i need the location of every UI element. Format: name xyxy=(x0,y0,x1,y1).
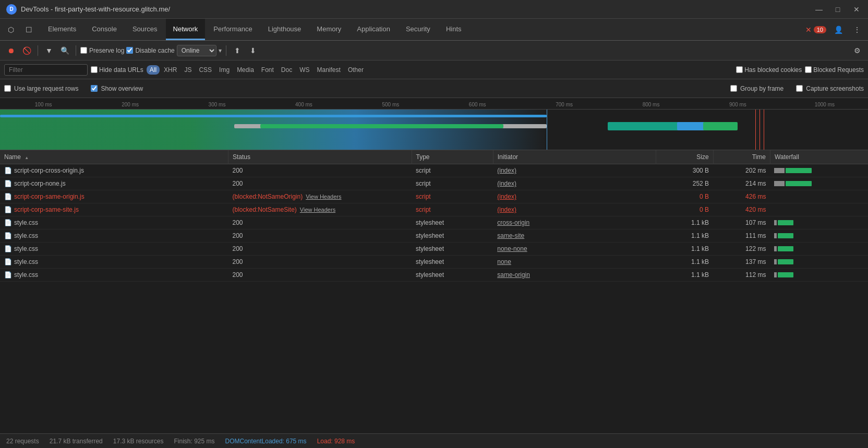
cell-status[interactable]: (blocked:NotSameOrigin)View Headers xyxy=(228,190,412,203)
tab-network[interactable]: Network xyxy=(166,19,206,40)
filter-manifest[interactable]: Manifest xyxy=(314,65,344,75)
cell-initiator[interactable]: same-site xyxy=(493,229,656,243)
initiator-link[interactable]: same-site xyxy=(497,232,524,239)
upload-icon[interactable]: ⬆ xyxy=(231,44,244,57)
tab-application[interactable]: Application xyxy=(349,19,397,40)
tab-memory[interactable]: Memory xyxy=(309,19,348,40)
disable-cache-label[interactable]: Disable cache xyxy=(126,47,174,54)
cell-initiator[interactable]: cross-origin xyxy=(493,216,656,229)
record-button[interactable]: ⏺ xyxy=(4,44,18,57)
cell-initiator[interactable]: (index) xyxy=(493,164,656,177)
filter-ws[interactable]: WS xyxy=(296,65,312,75)
settings-icon[interactable]: ⚙ xyxy=(850,44,864,57)
hide-data-urls-label[interactable]: Hide data URLs xyxy=(91,66,143,74)
col-header-waterfall[interactable]: Waterfall xyxy=(770,150,868,164)
blocked-requests-checkbox[interactable] xyxy=(805,66,812,73)
cell-status[interactable]: (blocked:NotSameSite)View Headers xyxy=(228,203,412,216)
initiator-link[interactable]: none-none xyxy=(497,245,527,252)
has-blocked-cookies-checkbox[interactable] xyxy=(736,66,743,73)
table-row[interactable]: 📄script-corp-same-origin.js(blocked:NotS… xyxy=(0,190,868,203)
col-header-size[interactable]: Size xyxy=(656,150,713,164)
user-icon[interactable]: 👤 xyxy=(831,23,845,37)
table-row[interactable]: 📄style.css200stylesheetsame-origin1.1 kB… xyxy=(0,269,868,282)
initiator-link[interactable]: cross-origin xyxy=(497,219,529,226)
cell-initiator[interactable]: none-none xyxy=(493,243,656,256)
table-row[interactable]: 📄script-corp-same-site.js(blocked:NotSam… xyxy=(0,203,868,216)
timeline-container[interactable]: 100 ms 200 ms 300 ms 400 ms 500 ms 600 m… xyxy=(0,98,868,150)
show-overview-label[interactable]: Show overview xyxy=(91,85,143,92)
filter-all[interactable]: All xyxy=(147,65,160,75)
col-header-name[interactable]: Name ▲ xyxy=(0,150,228,164)
filter-xhr[interactable]: XHR xyxy=(161,65,180,75)
disable-cache-checkbox[interactable] xyxy=(126,47,133,54)
initiator-link[interactable]: (index) xyxy=(497,167,516,174)
group-by-frame-label[interactable]: Group by frame xyxy=(730,85,783,92)
table-container[interactable]: Name ▲ Status Type Initiator Size xyxy=(0,150,868,433)
table-row[interactable]: 📄style.css200stylesheetcross-origin1.1 k… xyxy=(0,216,868,229)
preserve-log-label[interactable]: Preserve log xyxy=(80,47,124,54)
tab-security[interactable]: Security xyxy=(399,19,438,40)
status-requests: 22 requests xyxy=(6,438,39,445)
cell-size: 0 B xyxy=(656,190,713,203)
search-icon[interactable]: 🔍 xyxy=(58,44,71,57)
filter-input[interactable] xyxy=(4,64,88,76)
throttle-select[interactable]: Online Fast 3G Slow 3G Offline xyxy=(177,45,216,56)
filter-other[interactable]: Other xyxy=(345,65,367,75)
cell-initiator[interactable]: none xyxy=(493,256,656,269)
file-icon: 📄 xyxy=(4,258,12,265)
col-header-initiator[interactable]: Initiator xyxy=(493,150,656,164)
tab-sources[interactable]: Sources xyxy=(125,19,165,40)
initiator-link[interactable]: (index) xyxy=(497,193,516,200)
tab-right-actions: ✕ 10 👤 ⋮ xyxy=(805,19,864,40)
tab-performance[interactable]: Performance xyxy=(206,19,259,40)
view-headers-link[interactable]: View Headers xyxy=(300,207,335,213)
table-row[interactable]: 📄style.css200stylesheetnone-none1.1 kB12… xyxy=(0,243,868,256)
initiator-link[interactable]: (index) xyxy=(497,206,516,213)
filter-icon[interactable]: ▼ xyxy=(42,44,56,57)
cell-initiator[interactable]: (index) xyxy=(493,190,656,203)
download-icon[interactable]: ⬇ xyxy=(246,44,260,57)
capture-screenshots-checkbox[interactable] xyxy=(796,85,803,92)
initiator-link[interactable]: same-origin xyxy=(497,271,530,279)
filter-doc[interactable]: Doc xyxy=(278,65,295,75)
col-header-type[interactable]: Type xyxy=(412,150,493,164)
large-rows-label[interactable]: Use large request rows xyxy=(4,85,78,92)
filter-js[interactable]: JS xyxy=(181,65,195,75)
maximize-button[interactable]: □ xyxy=(833,4,843,15)
tab-lighthouse[interactable]: Lighthouse xyxy=(261,19,309,40)
hide-data-urls-checkbox[interactable] xyxy=(91,66,98,73)
preserve-log-checkbox[interactable] xyxy=(80,47,87,54)
col-header-time[interactable]: Time xyxy=(713,150,770,164)
cell-initiator[interactable]: (index) xyxy=(493,203,656,216)
filter-css[interactable]: CSS xyxy=(196,65,215,75)
cursor-icon[interactable]: ⬡ xyxy=(4,23,18,37)
cell-initiator[interactable]: (index) xyxy=(493,177,656,190)
blocked-requests-label[interactable]: Blocked Requests xyxy=(805,66,864,74)
clear-button[interactable]: 🚫 xyxy=(20,44,33,57)
filter-img[interactable]: Img xyxy=(216,65,233,75)
view-headers-link[interactable]: View Headers xyxy=(306,193,341,200)
filter-font[interactable]: Font xyxy=(258,65,277,75)
more-options-icon[interactable]: ⋮ xyxy=(850,23,864,37)
table-row[interactable]: 📄style.css200stylesheetnone1.1 kB137 ms xyxy=(0,256,868,269)
tab-console[interactable]: Console xyxy=(85,19,124,40)
error-count-wrap[interactable]: ✕ 10 xyxy=(805,26,826,34)
filter-media[interactable]: Media xyxy=(234,65,257,75)
has-blocked-cookies-label[interactable]: Has blocked cookies xyxy=(736,66,802,74)
capture-screenshots-label[interactable]: Capture screenshots xyxy=(796,85,864,92)
table-row[interactable]: 📄script-corp-none.js200script(index)252 … xyxy=(0,177,868,190)
initiator-link[interactable]: (index) xyxy=(497,180,516,187)
minimize-button[interactable]: — xyxy=(814,4,824,15)
tab-elements[interactable]: Elements xyxy=(41,19,83,40)
large-rows-checkbox[interactable] xyxy=(4,85,11,92)
close-button[interactable]: ✕ xyxy=(851,4,862,15)
table-row[interactable]: 📄script-corp-cross-origin.js200script(in… xyxy=(0,164,868,177)
table-row[interactable]: 📄style.css200stylesheetsame-site1.1 kB11… xyxy=(0,229,868,243)
initiator-link[interactable]: none xyxy=(497,258,511,265)
group-by-frame-checkbox[interactable] xyxy=(730,85,737,92)
tab-hints[interactable]: Hints xyxy=(439,19,469,40)
col-header-status[interactable]: Status xyxy=(228,150,412,164)
device-icon[interactable]: ☐ xyxy=(22,23,35,37)
cell-initiator[interactable]: same-origin xyxy=(493,269,656,282)
show-overview-checkbox[interactable] xyxy=(91,85,98,92)
